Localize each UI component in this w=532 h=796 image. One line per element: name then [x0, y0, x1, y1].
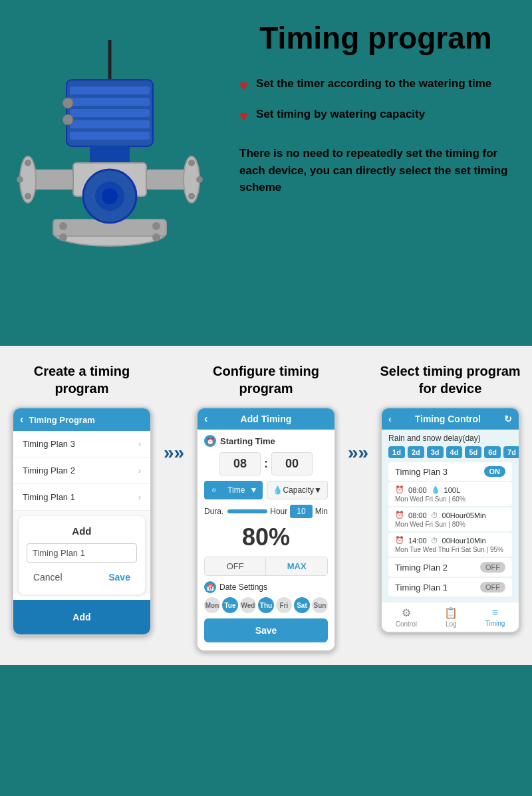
- cap-icon-1: 💧: [431, 485, 440, 494]
- phone1-list-item-3[interactable]: Timing Plan 3 ›: [13, 431, 150, 458]
- time-select[interactable]: ⏱ Time ▼: [204, 481, 263, 499]
- nav-log[interactable]: 📋 Log: [444, 606, 458, 628]
- timing-icon: ≡: [492, 606, 498, 618]
- svg-rect-6: [70, 132, 150, 140]
- svg-point-23: [59, 222, 67, 230]
- double-arrow-2: »»: [348, 442, 368, 464]
- time-icon-3: ⏰: [395, 536, 404, 545]
- phone3-refresh-icon[interactable]: ↻: [504, 414, 512, 424]
- svg-rect-5: [70, 120, 150, 128]
- phone2-mockup: ‹ Add Timing ⏰ Starting Time 08 : 00 ⏱: [196, 407, 336, 652]
- time-icon-1: ⏰: [395, 485, 404, 494]
- add-dialog-title: Add: [27, 525, 137, 537]
- time-dropdown-icon: ▼: [250, 485, 258, 495]
- capacity-select[interactable]: 💧 Capacity ▼: [267, 481, 328, 499]
- time-select-label: Time: [227, 485, 245, 495]
- plan3-toggle[interactable]: ON: [484, 466, 506, 477]
- dura-label: Dura.: [204, 507, 223, 516]
- nav-timing[interactable]: ≡ Timing: [485, 606, 505, 628]
- svg-point-19: [188, 193, 195, 199]
- schedule-time-1: 08:00: [408, 486, 427, 494]
- phone1-list-item-2[interactable]: Timing Plan 2 ›: [13, 458, 150, 484]
- save-btn[interactable]: Save: [204, 618, 328, 642]
- plan3-row: Timing Plan 3 ON: [388, 462, 512, 481]
- capacity-icon: 💧: [273, 485, 283, 495]
- svg-point-16: [17, 176, 23, 183]
- col3-title: Select timing program for device: [378, 362, 522, 397]
- phone3-body: Rain and snow delay(day) 1d 2d 3d 4d 5d …: [382, 430, 519, 602]
- calendar-icon: 📅: [204, 581, 216, 593]
- off-max-row: OFF MAX: [204, 557, 328, 576]
- add-dialog: Add Timing Plan 1 Cancel Save: [19, 516, 145, 595]
- clock-icon: ⏰: [204, 435, 216, 447]
- day-4d[interactable]: 4d: [446, 446, 463, 458]
- min-label: Min: [315, 507, 328, 516]
- phone3-mockup: ‹ Timing Control ↻ Rain and snow delay(d…: [380, 407, 520, 633]
- phone3-header: ‹ Timing Control ↻: [382, 408, 519, 430]
- svg-point-18: [188, 160, 195, 166]
- day-mon[interactable]: Mon: [204, 597, 220, 613]
- svg-point-14: [25, 160, 31, 166]
- plan3-name: Timing Plan 3: [395, 467, 448, 477]
- col1-title: Create a timing program: [10, 362, 154, 397]
- schedule-time-3: 14:00: [408, 537, 427, 545]
- feature-item-2: ♥ Set timing by watering capacity: [239, 106, 512, 125]
- right-content: Timing program ♥ Set the timer according…: [226, 13, 512, 196]
- schedule-days-3: Mon Tue Wed Thu Fri Sat Sun | 95%: [395, 546, 505, 553]
- svg-rect-3: [70, 98, 150, 106]
- day-2d[interactable]: 2d: [408, 446, 424, 458]
- phone1-mockup: ‹ Timing Program Timing Plan 3 › Timing …: [12, 407, 152, 636]
- day-5d[interactable]: 5d: [465, 446, 481, 458]
- hour-display[interactable]: 08: [219, 452, 261, 475]
- day-thu[interactable]: Thu: [258, 597, 274, 613]
- phone2-back-arrow[interactable]: ‹: [204, 413, 207, 425]
- phone3-back-arrow[interactable]: ‹: [388, 414, 392, 424]
- phone1-back-arrow[interactable]: ‹: [20, 414, 23, 426]
- dura-row: Dura. Hour 10 Min: [204, 505, 328, 518]
- description-text: There is no need to repeatedly set the t…: [239, 145, 512, 196]
- dialog-buttons: Cancel Save: [27, 569, 137, 585]
- day-wed[interactable]: Wed: [240, 597, 256, 613]
- cap-icon-3: ⏱: [431, 537, 438, 545]
- svg-point-26: [152, 233, 160, 241]
- svg-rect-9: [90, 146, 130, 163]
- nav-control[interactable]: ⚙ Control: [396, 606, 417, 628]
- capacity-select-label: Capacity: [283, 485, 314, 495]
- dura-input[interactable]: [227, 509, 267, 513]
- time-icon-2: ⏰: [395, 511, 404, 519]
- minute-display[interactable]: 00: [271, 452, 313, 475]
- page-title: Timing program: [239, 20, 512, 56]
- add-footer-button[interactable]: Add: [23, 606, 141, 628]
- phone1-footer: Add: [13, 600, 150, 634]
- col2-title: Configure timing program: [194, 362, 338, 397]
- plan2-toggle[interactable]: OFF: [480, 562, 505, 573]
- create-timing-column: Create a timing program ‹ Timing Program…: [10, 362, 154, 636]
- svg-rect-4: [70, 109, 150, 117]
- save-button[interactable]: Save: [102, 569, 137, 585]
- day-sun[interactable]: Sun: [312, 597, 328, 613]
- min-value[interactable]: 10: [290, 505, 312, 518]
- day-fri[interactable]: Fri: [276, 597, 292, 613]
- off-button[interactable]: OFF: [205, 557, 266, 575]
- day-1d[interactable]: 1d: [388, 446, 405, 458]
- day-6d[interactable]: 6d: [484, 446, 501, 458]
- svg-point-25: [59, 233, 67, 241]
- svg-point-8: [63, 114, 73, 125]
- day-tue[interactable]: Tue: [222, 597, 238, 613]
- time-display: 08 : 00: [204, 452, 328, 475]
- schedule-cap-3: 00Hour10Min: [442, 537, 486, 545]
- day-7d[interactable]: 7d: [503, 446, 520, 458]
- phone2-body: ⏰ Starting Time 08 : 00 ⏱ Time ▼: [198, 430, 334, 650]
- schedule-time-2: 08:00: [408, 511, 427, 519]
- svg-point-29: [102, 188, 118, 204]
- max-button[interactable]: MAX: [265, 557, 327, 575]
- add-dialog-input[interactable]: Timing Plan 1: [27, 543, 137, 563]
- day-sat[interactable]: Sat: [294, 597, 310, 613]
- plan2-name: Timing Plan 2: [395, 563, 448, 573]
- top-section: Timing program ♥ Set the timer according…: [0, 0, 532, 346]
- day-3d[interactable]: 3d: [427, 446, 444, 458]
- plan1-name: Timing Plan 1: [395, 583, 448, 593]
- cancel-button[interactable]: Cancel: [27, 569, 69, 585]
- plan1-toggle[interactable]: OFF: [480, 582, 505, 593]
- phone1-list-item-1[interactable]: Timing Plan 1 ›: [13, 484, 150, 511]
